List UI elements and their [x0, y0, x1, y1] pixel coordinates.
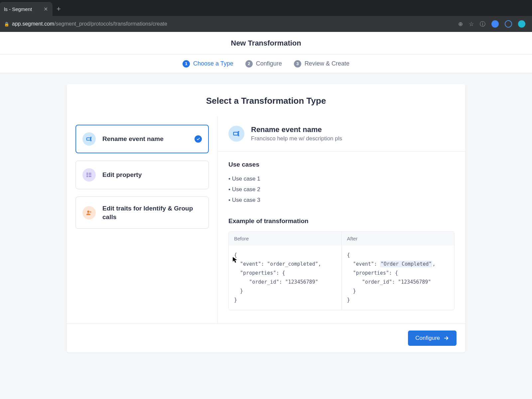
step-configure[interactable]: 2 Configure — [245, 60, 282, 67]
option-edit-property[interactable]: Edit property — [75, 161, 209, 189]
list-item: Use case 3 — [228, 195, 455, 205]
stepper: 1 Choose a Type 2 Configure 3 Review & C… — [0, 55, 532, 73]
address-bar: 🔒 app.segment.com/segment_prod/protocols… — [0, 16, 532, 32]
step-label: Configure — [256, 60, 282, 67]
code-before-column: Before { "event": "order_completed", "pr… — [229, 232, 342, 310]
card-footer: Configure — [67, 324, 465, 352]
svg-point-3 — [87, 174, 88, 175]
svg-point-7 — [87, 210, 89, 213]
use-cases-list: Use case 1 Use case 2 Use case 3 — [228, 174, 455, 205]
type-options-list: Rename event name Edit property Edit tr — [67, 116, 218, 324]
page-header: New Transformation — [0, 32, 532, 55]
svg-rect-4 — [88, 175, 91, 175]
url-display[interactable]: app.segment.com/segment_prod/protocols/t… — [12, 21, 456, 27]
option-rename-event[interactable]: Rename event name — [75, 125, 209, 153]
list-icon — [82, 168, 96, 182]
detail-description: Francisco help me w/ description pls — [251, 135, 342, 142]
lock-icon: 🔒 — [4, 22, 9, 27]
arrow-right-icon — [443, 335, 449, 341]
svg-rect-9 — [233, 132, 238, 135]
rename-icon — [82, 132, 96, 146]
browser-tabs: ls - Segment ✕ + — [0, 0, 532, 16]
step-number: 3 — [294, 60, 301, 67]
option-edit-traits[interactable]: Edit traits for Identify & Group calls — [75, 197, 209, 229]
step-review[interactable]: 3 Review & Create — [294, 60, 349, 67]
step-number: 2 — [245, 60, 253, 67]
use-cases-heading: Use cases — [228, 161, 455, 168]
step-label: Choose a Type — [193, 60, 233, 67]
rename-icon — [228, 126, 244, 142]
selected-check-icon — [195, 135, 202, 143]
svg-point-5 — [87, 176, 88, 177]
step-number: 1 — [183, 60, 190, 67]
code-after: { "event": "Order Completed", "propertie… — [342, 245, 455, 310]
option-label: Edit property — [102, 171, 142, 179]
page-title: New Transformation — [231, 39, 301, 48]
code-compare: Before { "event": "order_completed", "pr… — [228, 231, 455, 310]
code-before-label: Before — [229, 232, 341, 245]
transformation-card: Select a Transformation Type Rename even… — [67, 84, 465, 352]
extension-icon[interactable] — [491, 20, 499, 28]
info-icon[interactable]: ⓘ — [480, 20, 485, 28]
url-host: app.segment.com — [12, 21, 54, 27]
tab-title: ls - Segment — [4, 6, 32, 12]
people-icon — [82, 206, 96, 219]
list-item: Use case 2 — [228, 184, 455, 195]
highlighted-diff: "Order Completed" — [380, 261, 433, 267]
option-label: Rename event name — [102, 135, 164, 143]
button-label: Configure — [415, 335, 440, 341]
card-title: Select a Transformation Type — [67, 96, 465, 106]
browser-tab[interactable]: ls - Segment ✕ — [0, 2, 53, 16]
svg-rect-0 — [87, 138, 90, 140]
code-after-label: After — [342, 232, 455, 245]
code-after-column: After { "event": "Order Completed", "pro… — [342, 232, 455, 310]
close-tab-icon[interactable]: ✕ — [44, 6, 48, 12]
list-item: Use case 1 — [228, 174, 455, 184]
option-label: Edit traits for Identify & Group calls — [102, 204, 202, 221]
new-tab-button[interactable]: + — [53, 2, 65, 16]
example-heading: Example of transformation — [228, 217, 455, 225]
extension-icon-3[interactable] — [518, 20, 525, 28]
zoom-icon[interactable]: ⊕ — [458, 21, 463, 28]
bookmark-icon[interactable]: ☆ — [469, 21, 474, 28]
configure-button[interactable]: Configure — [408, 331, 457, 346]
svg-point-8 — [90, 211, 91, 213]
url-path: /segment_prod/protocols/transformations/… — [54, 21, 167, 27]
step-label: Review & Create — [305, 60, 349, 67]
svg-rect-6 — [88, 176, 91, 177]
code-before: { "event": "order_completed", "propertie… — [229, 245, 341, 310]
step-choose-type[interactable]: 1 Choose a Type — [183, 60, 233, 67]
type-detail-panel: Rename event name Francisco help me w/ d… — [218, 116, 465, 324]
extension-icon-2[interactable] — [505, 20, 512, 28]
svg-point-1 — [87, 173, 88, 174]
detail-title: Rename event name — [251, 125, 342, 134]
svg-rect-2 — [88, 173, 91, 174]
